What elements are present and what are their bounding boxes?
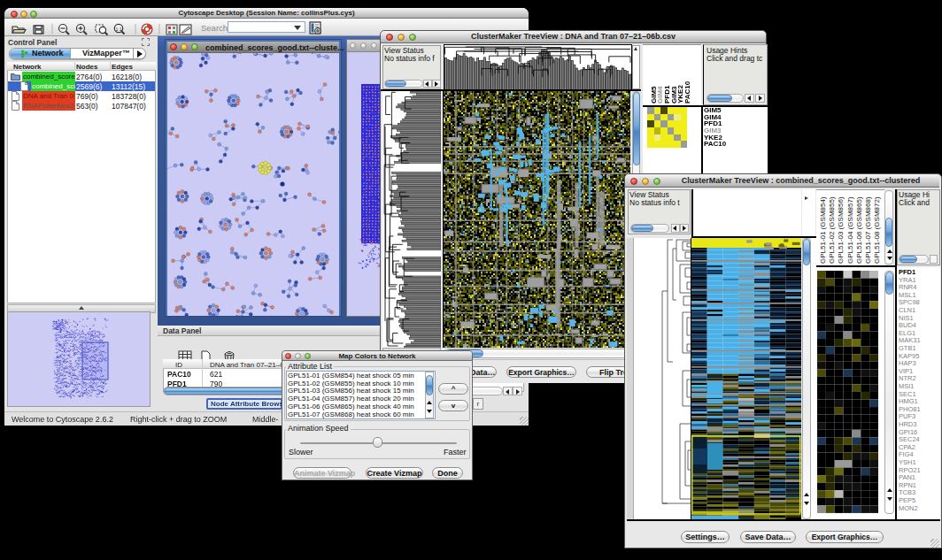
svg-text:1:1: 1:1	[116, 27, 122, 32]
